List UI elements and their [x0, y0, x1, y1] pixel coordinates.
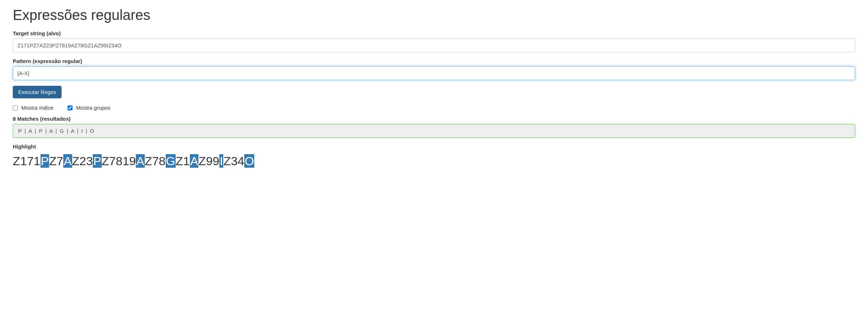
- highlight-plain: Z34: [223, 154, 244, 168]
- show-groups-option[interactable]: Mostra grupos: [68, 105, 110, 111]
- highlight-plain: Z1: [176, 154, 190, 168]
- target-label: Target string (alvo): [13, 30, 855, 36]
- highlight-match: I: [219, 154, 223, 168]
- show-groups-checkbox[interactable]: [68, 105, 73, 110]
- highlight-plain: Z7819: [102, 154, 136, 168]
- results-label: 8 Matches (resultados): [13, 116, 855, 122]
- highlight-text: Z171PZ7AZ23PZ7819AZ78GZ1AZ99IZ34O: [13, 153, 855, 169]
- highlight-match: P: [41, 154, 49, 168]
- highlight-match: A: [136, 154, 145, 168]
- target-input[interactable]: [13, 38, 855, 52]
- highlight-plain: Z7: [49, 154, 63, 168]
- highlight-match: P: [93, 154, 102, 168]
- highlight-plain: Z23: [72, 154, 93, 168]
- page-title: Expressões regulares: [13, 7, 855, 23]
- highlight-label: Highlight: [13, 143, 855, 150]
- show-index-checkbox[interactable]: [13, 105, 18, 110]
- pattern-input[interactable]: [13, 66, 855, 80]
- highlight-plain: Z99: [198, 154, 219, 168]
- highlight-plain: Z171: [13, 154, 41, 168]
- highlight-match: A: [63, 154, 72, 168]
- results-box: P | A | P | A | G | A | I | O: [13, 124, 855, 138]
- show-groups-label: Mostra grupos: [76, 105, 110, 111]
- show-index-option[interactable]: Mostra índice: [13, 105, 53, 111]
- highlight-match: G: [166, 154, 176, 168]
- highlight-match: A: [190, 154, 199, 168]
- pattern-label: Pattern (expressão regular): [13, 58, 855, 64]
- show-index-label: Mostra índice: [21, 105, 53, 111]
- execute-button[interactable]: Executar Regex: [13, 86, 62, 98]
- highlight-match: O: [244, 154, 254, 168]
- highlight-plain: Z78: [145, 154, 166, 168]
